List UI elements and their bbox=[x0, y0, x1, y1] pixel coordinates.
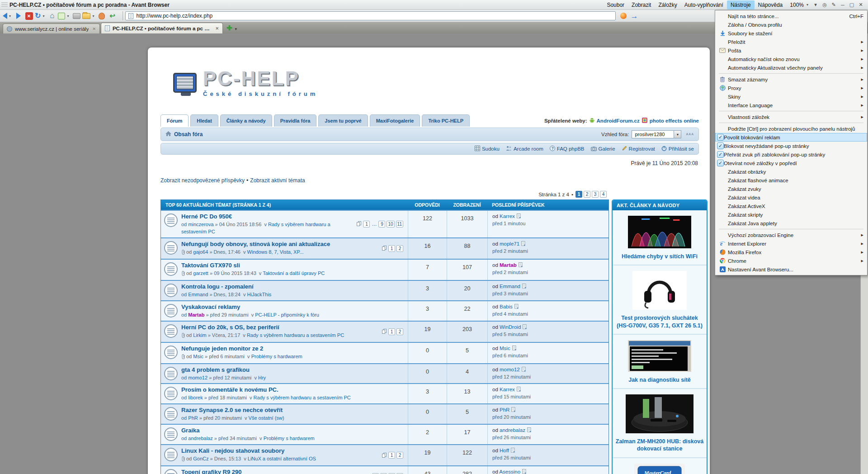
forum-link[interactable]: HiJackThis bbox=[247, 292, 272, 297]
article-title-link[interactable]: Test prostorových sluchátek (HS-G700V, G… bbox=[615, 314, 704, 329]
menu-item-skiny[interactable]: Skiny▶ bbox=[715, 92, 867, 101]
view-latest-post-icon[interactable] bbox=[522, 284, 527, 289]
topic-page-11[interactable]: 11 bbox=[396, 221, 403, 228]
topic-author-link[interactable]: PhR bbox=[188, 415, 198, 421]
forum-tab-maxifotogalerie[interactable]: MaxiFotogalerie bbox=[370, 114, 420, 127]
pagination-page-2[interactable]: 2 bbox=[584, 191, 590, 198]
menubar-n-pov-da[interactable]: Nápověda bbox=[755, 0, 787, 9]
zoom-caret-icon[interactable]: ▾ bbox=[805, 3, 810, 7]
quicklink-faq-phpbb[interactable]: ?FAQ phpBB bbox=[550, 146, 585, 152]
wifi-article-image[interactable] bbox=[615, 216, 704, 248]
view-latest-post-icon[interactable] bbox=[519, 262, 523, 268]
forum-link[interactable]: Rady s výběrem hardwaru a sestavením PC bbox=[247, 332, 344, 338]
terminal-article-image[interactable] bbox=[615, 340, 704, 372]
last-post-author-link[interactable]: Karrex bbox=[500, 387, 515, 392]
topic-title-link[interactable]: Herní PC do 20k, s OS, bez periferií bbox=[181, 324, 279, 331]
refresh-icon[interactable]: ↻▾ bbox=[35, 11, 46, 20]
last-post-author-link[interactable]: andrebalaz bbox=[500, 427, 525, 433]
topic-title-link[interactable]: gta 4 problem s grafikou bbox=[181, 366, 250, 373]
forum-tab-f-rum[interactable]: Fórum bbox=[160, 114, 189, 127]
topic-title-link[interactable]: Vyskakovací reklamy bbox=[181, 303, 240, 310]
view-latest-post-icon[interactable] bbox=[522, 469, 527, 474]
dock-article-image[interactable] bbox=[615, 394, 704, 433]
menu-item-automaticky-aktualizovat-v-echny-panely[interactable]: Automaticky Aktualizovat všechny panely▶ bbox=[715, 63, 867, 72]
menu-item-zak-zat-java-applety[interactable]: Zakázat Java applety bbox=[715, 219, 867, 228]
topic-title-link[interactable]: Taktování GTX970 sli bbox=[181, 262, 240, 269]
menu-item-zak-zat-obr-zky[interactable]: Zakázat obrázky bbox=[715, 167, 867, 176]
breadcrumb-label[interactable]: Obsah fóra bbox=[174, 131, 203, 137]
quicklink-registrovat[interactable]: Registrovat bbox=[622, 146, 655, 152]
browser-tab-pc-help-cz-po-ta-ov-f-rum-a-pc-p[interactable]: PC-HELP.CZ • počítačové fórum a pc p...✕ bbox=[101, 23, 223, 33]
tab-close-icon[interactable]: ✕ bbox=[92, 27, 96, 31]
view-latest-post-icon[interactable] bbox=[522, 367, 526, 373]
go-button[interactable]: → bbox=[630, 12, 638, 20]
headphones-article-image[interactable] bbox=[615, 271, 704, 310]
menu-item-chrome[interactable]: Chrome▶ bbox=[715, 256, 867, 265]
note-icon[interactable]: ✎ bbox=[829, 2, 838, 8]
address-bar[interactable]: http://www.pc-help.cz/index.php bbox=[125, 11, 616, 20]
menu-item-v-choz-zobrazovac-engine[interactable]: Výchozí zobrazovací Engine▶ bbox=[715, 231, 867, 239]
article-title-link[interactable]: Jak na diagnostiku sítě bbox=[615, 376, 704, 384]
topic-page-2[interactable]: 2 bbox=[396, 452, 403, 459]
menu-item-otev-rat-nov-z-lo-ky-v-pop-ed[interactable]: ✓Otevírat nové záložky v popředí bbox=[715, 159, 867, 167]
last-post-author-link[interactable]: momo12 bbox=[500, 367, 520, 372]
last-post-author-link[interactable]: Martab bbox=[500, 262, 517, 268]
topic-page-1[interactable]: 1 bbox=[388, 328, 395, 335]
photo-effects-link[interactable]: photo effects online bbox=[650, 118, 699, 123]
forum-link[interactable]: Taktování a další úpravy PC bbox=[263, 270, 325, 276]
last-post-author-link[interactable]: Emmand bbox=[500, 284, 520, 289]
topic-page-2[interactable]: 2 bbox=[396, 245, 403, 252]
topic-author-link[interactable]: GonCz bbox=[193, 456, 208, 461]
menu-item-naj-t-na-t-to-str-nce[interactable]: Najít na této stránce...Ctrl+F bbox=[715, 12, 867, 20]
menubar-n-stroje[interactable]: Nástroje bbox=[727, 0, 755, 9]
maximize-button[interactable]: ▢ bbox=[847, 2, 856, 8]
style-select-caret-icon[interactable]: ▼ bbox=[674, 131, 681, 138]
forum-link[interactable]: LiNuX a ostatní alternativní OS bbox=[248, 456, 316, 461]
view-latest-post-icon[interactable] bbox=[517, 387, 521, 393]
topic-page-9[interactable]: 9 bbox=[378, 221, 385, 228]
menu-item-povolit-blokov-n-reklam[interactable]: ✓Povolit blokování reklam bbox=[715, 133, 867, 142]
zoom-level[interactable]: 100% bbox=[786, 0, 805, 9]
fill-form-icon[interactable]: ▾ bbox=[58, 11, 71, 20]
menu-item-zak-zat-zvuky[interactable]: Zakázat zvuky bbox=[715, 185, 867, 193]
topic-title-link[interactable]: Prosím o komentáře k novému PC. bbox=[181, 386, 278, 393]
last-post-author-link[interactable]: mople71 bbox=[500, 241, 519, 246]
browser-tab-www-serialycz-cz-online-seri-ly[interactable]: www.serialycz.cz | online seriály✕ bbox=[3, 24, 100, 33]
topic-title-link[interactable]: Graika bbox=[181, 427, 199, 434]
quicklink-arcade-room[interactable]: Arcade room bbox=[506, 146, 543, 152]
forum-link[interactable]: Vše ostatní (sw) bbox=[249, 415, 284, 421]
topic-page-1[interactable]: 1 bbox=[388, 452, 395, 459]
topic-page-1[interactable]: 1 bbox=[388, 245, 395, 252]
forum-link[interactable]: PC-HELP - připomínky k fóru bbox=[255, 312, 319, 318]
card-article-image[interactable]: MasterCard bbox=[615, 464, 704, 474]
menu-item-mozilla-firefox[interactable]: Mozilla Firefox▶ bbox=[715, 248, 867, 256]
forum-link[interactable]: Problémy s hardwarem bbox=[264, 436, 315, 441]
menubar-auto-vypl-ov-n[interactable]: Auto-vyplňování bbox=[681, 0, 727, 9]
menu-item-internet-explorer[interactable]: eInternet Explorer▶ bbox=[715, 239, 867, 248]
view-latest-post-icon[interactable] bbox=[512, 346, 517, 351]
forum-link[interactable]: Windows 8, 7, Vista, XP... bbox=[247, 249, 304, 255]
pagination-page-4[interactable]: 4 bbox=[600, 191, 607, 198]
forum-tab-l-nky-a-n-vody[interactable]: Články a návody bbox=[220, 114, 272, 127]
view-latest-post-icon[interactable] bbox=[511, 407, 516, 413]
menu-item-zak-zat-activex[interactable]: Zakázat ActiveX bbox=[715, 202, 867, 210]
menu-item-z-loha-obnova-profilu[interactable]: Záloha / Obnova profilu bbox=[715, 20, 867, 29]
tab-list-caret-icon[interactable]: ▾ bbox=[235, 27, 237, 33]
topic-author-link[interactable]: liborek bbox=[188, 395, 203, 400]
topic-author-link[interactable]: minczerova bbox=[188, 222, 213, 227]
topic-title-link[interactable]: Razer Synapse 2.0 se nechce otevřít bbox=[181, 407, 283, 413]
menu-item-zak-zat-skripty[interactable]: Zakázat skripty bbox=[715, 210, 867, 219]
topic-title-link[interactable]: Topení grafiky R9 290 bbox=[181, 469, 241, 474]
topic-page-2[interactable]: 2 bbox=[396, 328, 403, 335]
menu-item-zak-zat-flashov-animace[interactable]: Zakázat flashové animace bbox=[715, 176, 867, 185]
quicklink-sudoku[interactable]: Sudoku bbox=[475, 146, 500, 152]
menu-item-podr-te-ctrl-pro-zobrazen-plovouc-ho-pan[interactable]: Podržte [Ctrl] pro zobrazení plovoucího … bbox=[715, 124, 867, 133]
topic-author-link[interactable]: andrebalaz bbox=[188, 436, 212, 441]
androidforum-link[interactable]: AndroidForum.cz bbox=[597, 118, 640, 123]
new-tab-button[interactable]: ✚ bbox=[224, 24, 235, 33]
menu-item-automaticky-na-st-okno-znovu[interactable]: Automaticky načíst okno znovu▶ bbox=[715, 55, 867, 63]
forward-icon[interactable] bbox=[14, 11, 23, 20]
topic-title-link[interactable]: Nefunguje jeden monitor ze 2 bbox=[181, 345, 263, 352]
stop-icon[interactable]: ✕ bbox=[24, 11, 33, 20]
close-button[interactable]: ✕ bbox=[856, 2, 865, 8]
